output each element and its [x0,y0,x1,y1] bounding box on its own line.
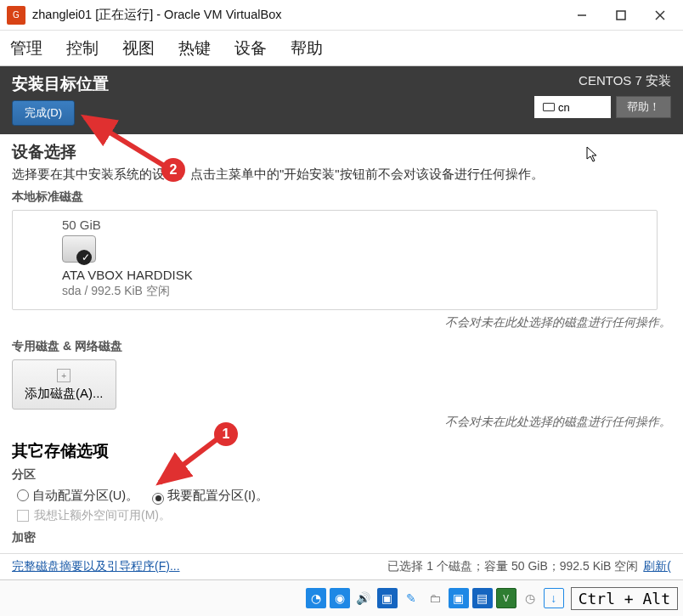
svg-line-5 [85,117,168,168]
virtualbox-statusbar: ◔ ◉ 🔊 ▣ ✎ 🗀 ▣ ▤ V ◷ ↓ Ctrl + Alt [0,579,683,616]
minimize-button[interactable] [562,0,601,31]
recording-icon[interactable]: ▤ [472,588,493,608]
hdd-activity-icon[interactable]: ◔ [306,588,326,608]
locale-code: cn [558,101,570,114]
optical-drive-icon[interactable]: ◉ [330,588,350,608]
guest-additions-icon[interactable]: V [496,588,516,608]
disk-model: ATA VBOX HARDDISK [62,268,607,282]
disk-note-2: 不会对未在此处选择的磁盘进行任何操作。 [0,410,683,433]
annotation-arrow-1 [151,433,228,493]
encrypt-heading: 加密 [12,530,671,545]
selection-status: 已选择 1 个磁盘；容量 50 GiB；992.5 KiB 空闲 [387,559,638,574]
mouse-cursor-icon [586,146,598,163]
disk-capacity: 50 GiB [62,218,607,232]
svg-line-4 [160,438,219,483]
partition-label: 分区 [12,467,671,483]
annotation-badge-2: 2 [161,158,185,182]
done-button[interactable]: 完成(D) [12,100,75,126]
full-disk-summary-link[interactable]: 完整磁盘摘要以及引导程序(F)... [12,559,180,574]
storage-section-title: 其它存储选项 [12,440,671,462]
close-button[interactable] [641,0,680,31]
network-icon[interactable]: ▣ [377,588,398,608]
host-key-indicator: Ctrl + Alt [571,587,678,610]
summary-bar: 完整磁盘摘要以及引导程序(F)... 已选择 1 个磁盘；容量 50 GiB；9… [0,553,683,579]
menu-device[interactable]: 设备 [234,37,267,59]
annotation-badge-1: 1 [214,422,238,446]
mouse-integration-icon[interactable]: ↓ [544,588,564,608]
plus-icon: + [57,369,71,382]
menu-view[interactable]: 视图 [122,37,155,59]
add-disk-label: 添加磁盘(A)... [25,386,104,402]
keyboard-layout[interactable]: cn [534,96,611,118]
menu-control[interactable]: 控制 [66,37,99,59]
disk-subinfo: sda / 992.5 KiB 空闲 [62,284,607,299]
display-icon[interactable]: ▣ [449,588,469,608]
shared-folder-icon[interactable]: 🗀 [425,588,445,608]
menu-manage[interactable]: 管理 [10,37,42,59]
window-title: zhanglei01 [正在运行] - Oracle VM VirtualBox [32,7,562,23]
window-titlebar: G zhanglei01 [正在运行] - Oracle VM VirtualB… [0,0,683,31]
distro-label: CENTOS 7 安装 [534,73,671,89]
refresh-link[interactable]: 刷新( [643,559,671,574]
virtualbox-icon: G [7,6,25,25]
menubar: 管理 控制 视图 热键 设备 帮助 [0,31,683,66]
menu-help[interactable]: 帮助 [291,37,323,59]
special-disk-heading: 专用磁盘 & 网络磁盘 [12,339,671,354]
harddisk-icon: ✓ [62,235,96,263]
disk-note-1: 不会对未在此处选择的磁盘进行任何操作。 [0,310,683,334]
disk-card[interactable]: 50 GiB ✓ ATA VBOX HARDDISK sda / 992.5 K… [12,210,658,310]
cpu-icon[interactable]: ◷ [520,588,540,608]
checkbox-extra-space: 我想让额外空间可用(M)。 [17,508,671,523]
svg-rect-1 [617,11,625,20]
audio-icon[interactable]: 🔊 [353,588,374,608]
maximize-button[interactable] [601,0,641,31]
usb-icon[interactable]: ✎ [401,588,421,608]
local-disk-heading: 本地标准磁盘 [12,189,671,205]
menu-hotkey[interactable]: 热键 [178,37,211,59]
radio-auto-partition[interactable]: 自动配置分区(U)。 [17,488,138,504]
page-title: 安装目标位置 [12,73,534,95]
help-button[interactable]: 帮助！ [616,96,671,118]
storage-options: 其它存储选项 分区 自动配置分区(U)。 我要配置分区(I)。 我想让额外空间可… [0,440,683,523]
checkbox-icon [17,510,29,522]
keyboard-icon [543,103,555,111]
add-disk-button[interactable]: + 添加磁盘(A)... [12,359,116,410]
